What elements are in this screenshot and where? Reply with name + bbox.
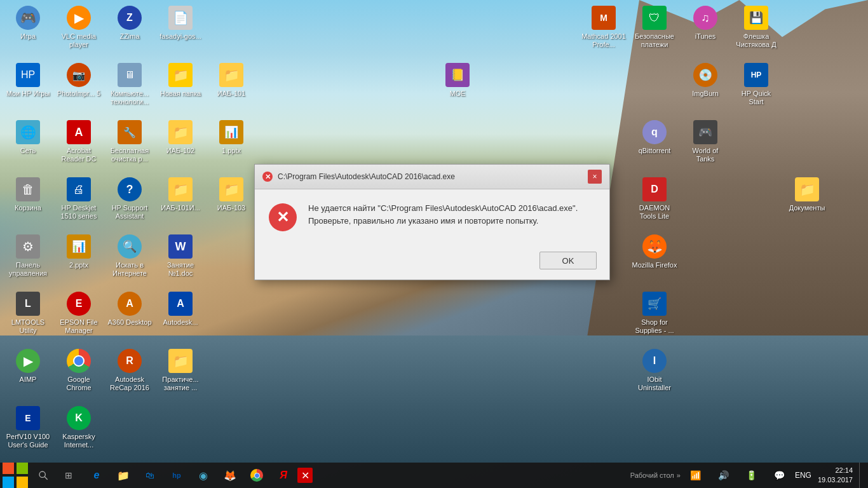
taskbar-hp-icon[interactable]: hp bbox=[164, 463, 189, 488]
icon-igra[interactable]: 🎮 Игра bbox=[3, 3, 53, 43]
icon-2pptx[interactable]: 📊 2.pptx bbox=[53, 231, 104, 272]
icon-iab-101i[interactable]: 📁 ИАБ-101И... bbox=[155, 174, 206, 215]
icon-acrobat[interactable]: A Acrobat Reader DC bbox=[53, 117, 104, 166]
icon-vlc[interactable]: ▶ VLC media player bbox=[53, 3, 104, 51]
desktop: 🎮 Игра ▶ VLC media player Z ZZima 📄 fasa… bbox=[0, 0, 868, 488]
taskbar-show-desktop-arrow: » bbox=[677, 471, 681, 479]
icon-autodesk[interactable]: A Autodesk... bbox=[155, 288, 206, 329]
icon-iab-102[interactable]: 📁 ИАБ-102 bbox=[155, 117, 206, 158]
dialog-message-text: Не удается найти "C:\Program Files\Autod… bbox=[308, 202, 597, 227]
icon-daemon[interactable]: D DAEMON Tools Lite bbox=[629, 174, 680, 223]
dialog-content: ✕ Не удается найти "C:\Program Files\Aut… bbox=[255, 189, 609, 245]
taskbar-clock[interactable]: 22:14 19.03.2017 bbox=[814, 466, 857, 485]
tray-volume-icon[interactable]: 🔊 bbox=[711, 463, 736, 488]
taskbar-task-view[interactable]: ⊞ bbox=[56, 463, 81, 488]
icon-kompyuter[interactable]: 🖥 Компьюте... технологи... bbox=[104, 60, 155, 109]
taskbar: ⊞ e 📁 🛍 hp ◉ 🦊 Я ✕ Рабочий стол » 📶 bbox=[0, 463, 868, 488]
show-desktop-button[interactable] bbox=[859, 463, 863, 488]
taskbar-explorer-icon[interactable]: 📁 bbox=[111, 463, 136, 488]
icon-itunes[interactable]: ♫ iTunes bbox=[680, 3, 731, 43]
error-circle-icon: ✕ bbox=[269, 203, 297, 231]
dialog-title-text: C:\Program Files\Autodesk\AutoCAD 2016\a… bbox=[278, 172, 455, 181]
icon-hp-deskjet[interactable]: 🖨 HP Deskjet 1510 series bbox=[53, 174, 104, 223]
dialog-footer: OK bbox=[255, 245, 609, 280]
taskbar-lm-icon[interactable]: ◉ bbox=[191, 463, 216, 488]
error-dialog: ✕ C:\Program Files\Autodesk\AutoCAD 2016… bbox=[254, 164, 610, 280]
tray-message-icon[interactable]: 💬 bbox=[767, 463, 792, 488]
dialog-title-error-icon: ✕ bbox=[262, 172, 273, 182]
icon-imgburn[interactable]: 💿 ImgBurn bbox=[680, 60, 731, 100]
icon-chrome[interactable]: Google Chrome bbox=[53, 346, 104, 395]
icon-fasadyi[interactable]: 📄 fasadyi-gos... bbox=[155, 3, 206, 43]
svg-line-5 bbox=[44, 477, 48, 480]
icon-besplatnaya[interactable]: 🔧 Бесплатная очистка р... bbox=[104, 117, 155, 166]
start-button[interactable] bbox=[0, 463, 31, 488]
icon-zanyatie[interactable]: W Занятие №1.doc bbox=[155, 231, 206, 280]
icon-world-tanks[interactable]: 🎮 World of Tanks bbox=[680, 117, 731, 166]
icon-zzima[interactable]: Z ZZima bbox=[104, 3, 155, 43]
icon-qbittorrent[interactable]: q qBittorrent bbox=[629, 117, 680, 158]
taskbar-pinned-area: e 📁 🛍 hp ◉ 🦊 Я ✕ bbox=[81, 463, 315, 488]
taskbar-time: 22:14 bbox=[818, 466, 853, 475]
tray-battery-icon[interactable]: 🔋 bbox=[739, 463, 764, 488]
taskbar-right-area: Рабочий стол » 📶 🔊 🔋 💬 ENG 22:14 19.03.2… bbox=[630, 463, 868, 488]
icon-iab-103[interactable]: 📁 ИАБ-103 bbox=[206, 174, 257, 215]
icon-kaspersky[interactable]: K Kaspersky Internet... bbox=[53, 403, 104, 452]
icon-iskat[interactable]: 🔍 Искать в Интернете bbox=[104, 231, 155, 280]
taskbar-search-button[interactable] bbox=[31, 463, 56, 488]
icon-mathcad[interactable]: M Mathcad 2001 Profe... bbox=[578, 3, 629, 51]
icon-iobit[interactable]: I IObit Uninstaller bbox=[629, 346, 680, 395]
dialog-close-button[interactable]: × bbox=[588, 170, 602, 184]
dialog-error-icon: ✕ bbox=[268, 202, 298, 233]
taskbar-store-icon[interactable]: 🛍 bbox=[137, 463, 163, 488]
icon-panel[interactable]: ⚙ Панель управления bbox=[3, 231, 53, 280]
svg-rect-0 bbox=[3, 463, 14, 474]
dialog-titlebar: ✕ C:\Program Files\Autodesk\AutoCAD 2016… bbox=[255, 165, 609, 189]
taskbar-date: 19.03.2017 bbox=[818, 475, 853, 485]
taskbar-desktop-label: Рабочий стол bbox=[630, 471, 674, 479]
taskbar-red-x-icon[interactable]: ✕ bbox=[297, 468, 313, 483]
icon-moi-hp[interactable]: HP Мои HP Игры bbox=[3, 60, 53, 100]
icon-iab-101[interactable]: 📁 ИАБ-101 bbox=[206, 60, 257, 100]
icon-dokumenty[interactable]: 📁 Документы bbox=[782, 174, 832, 215]
taskbar-language[interactable]: ENG bbox=[795, 471, 811, 480]
icon-recap[interactable]: R Autodesk ReCap 2016 bbox=[104, 346, 155, 395]
tray-network-icon[interactable]: 📶 bbox=[683, 463, 709, 488]
taskbar-firefox-icon[interactable]: 🦊 bbox=[217, 463, 243, 488]
icon-photoimpr[interactable]: 📷 PhotoImpr... 5 bbox=[53, 60, 104, 100]
svg-rect-1 bbox=[17, 463, 28, 474]
icon-mozilla[interactable]: 🦊 Mozilla Firefox bbox=[629, 231, 680, 272]
taskbar-tray: 📶 🔊 🔋 💬 bbox=[683, 463, 792, 488]
icon-hp-quick[interactable]: HP HP Quick Start bbox=[731, 60, 782, 109]
taskbar-edge-icon[interactable]: e bbox=[84, 463, 109, 488]
icon-a360[interactable]: A A360 Desktop bbox=[104, 288, 155, 329]
icon-1pptx[interactable]: 📊 1.pptx bbox=[206, 117, 257, 158]
icon-hp-support[interactable]: ? HP Support Assistant bbox=[104, 174, 155, 223]
icon-praktiche[interactable]: 📁 Практиче... занятие ... bbox=[155, 346, 206, 395]
svg-point-4 bbox=[39, 471, 45, 477]
taskbar-yandex-icon[interactable]: Я bbox=[271, 463, 296, 488]
icon-moe[interactable]: 📒 МОЕ bbox=[432, 60, 483, 100]
icon-lmtools[interactable]: L LMTOOLS Utility bbox=[3, 288, 53, 337]
icon-aimp[interactable]: ▶ AIMP bbox=[3, 346, 53, 386]
icon-set[interactable]: 🌐 Сеть bbox=[3, 117, 53, 158]
icon-novaya-papka[interactable]: 📁 Новая папка bbox=[155, 60, 206, 100]
icon-flashka[interactable]: 💾 Флешка Чистякова Д bbox=[731, 3, 782, 51]
icon-shop-supplies[interactable]: 🛒 Shop for Supplies - ... bbox=[629, 288, 680, 337]
svg-rect-2 bbox=[3, 477, 14, 488]
icon-korzina[interactable]: 🗑 Корзина bbox=[3, 174, 53, 215]
icon-perfv10[interactable]: E PerfV10 V100 User's Guide bbox=[3, 403, 53, 452]
icon-bezopasnie[interactable]: 🛡 Безопасные платежи bbox=[629, 3, 680, 51]
icon-epson[interactable]: E EPSON File Manager bbox=[53, 288, 104, 337]
taskbar-chrome-icon[interactable] bbox=[244, 463, 269, 488]
svg-rect-3 bbox=[17, 477, 28, 488]
dialog-ok-button[interactable]: OK bbox=[539, 252, 597, 269]
